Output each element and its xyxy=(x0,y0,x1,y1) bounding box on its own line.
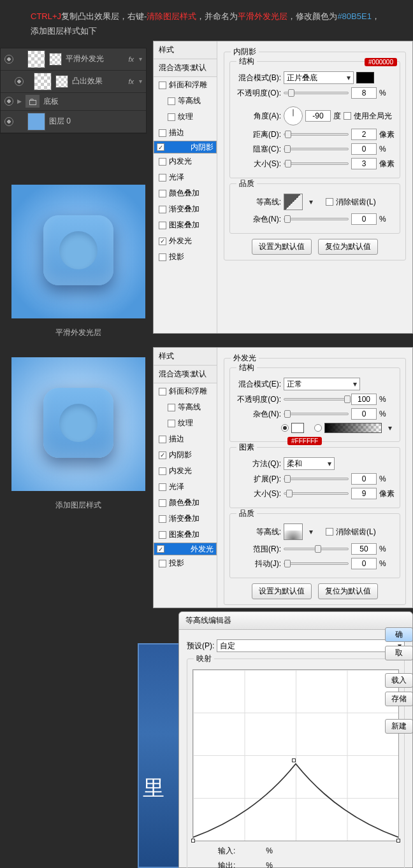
checkbox[interactable] xyxy=(159,206,166,213)
load-button[interactable]: 载入 xyxy=(385,673,413,688)
spread-input[interactable]: 0 xyxy=(351,473,377,485)
style-item-stroke[interactable]: 描边 xyxy=(154,431,217,447)
antialias-checkbox[interactable] xyxy=(326,528,333,536)
contour-picker[interactable] xyxy=(284,523,303,540)
ok-button[interactable]: 确 xyxy=(385,627,413,642)
size-input[interactable]: 3 xyxy=(351,158,377,169)
fx-indicator[interactable]: fx xyxy=(128,55,134,63)
jitter-input[interactable]: 0 xyxy=(351,558,377,569)
layer-row[interactable]: 图层 0 xyxy=(1,111,146,133)
triangle-right-icon[interactable]: ▶ xyxy=(17,98,22,104)
style-item-outer-glow[interactable]: 外发光 xyxy=(154,233,217,249)
size-slider[interactable] xyxy=(284,492,349,495)
noise-slider[interactable] xyxy=(284,413,349,415)
opacity-slider[interactable] xyxy=(284,398,349,401)
style-item-contour[interactable]: 等高线 xyxy=(154,93,217,109)
input-value[interactable] xyxy=(238,845,263,857)
layer-row[interactable]: 平滑外发光 fx ▾ xyxy=(1,48,146,71)
checkbox[interactable] xyxy=(159,129,166,137)
jitter-slider[interactable] xyxy=(284,562,349,565)
checkbox[interactable] xyxy=(159,158,166,166)
reset-default-button[interactable]: 复位为默认值 xyxy=(318,583,378,599)
size-input[interactable]: 9 xyxy=(351,488,377,499)
curve-point[interactable] xyxy=(292,758,296,762)
glow-gradient-swatch[interactable] xyxy=(324,423,382,433)
preset-select[interactable]: 自定 xyxy=(217,639,405,652)
glow-color-swatch[interactable] xyxy=(291,423,304,433)
reset-default-button[interactable]: 复位为默认值 xyxy=(318,239,378,255)
checkbox[interactable] xyxy=(159,82,166,89)
choke-slider[interactable] xyxy=(284,148,349,150)
visibility-icon[interactable] xyxy=(4,117,13,126)
cancel-button[interactable]: 取 xyxy=(385,646,413,660)
curve-canvas[interactable] xyxy=(192,669,399,841)
spread-slider[interactable] xyxy=(284,478,349,480)
opacity-input[interactable]: 100 xyxy=(351,394,377,405)
noise-slider[interactable] xyxy=(284,218,349,220)
blend-mode-select[interactable]: 正片叠底 xyxy=(284,71,354,84)
curve-point[interactable] xyxy=(191,839,195,843)
checkbox[interactable] xyxy=(159,222,166,229)
checkbox[interactable] xyxy=(168,113,175,121)
output-value[interactable] xyxy=(238,860,263,868)
visibility-icon[interactable] xyxy=(15,77,24,86)
fx-indicator[interactable]: fx xyxy=(128,78,134,85)
contour-picker[interactable] xyxy=(284,194,303,210)
global-light-checkbox[interactable] xyxy=(344,112,351,120)
style-item-gradient-overlay[interactable]: 渐变叠加 xyxy=(154,201,217,217)
blend-mode-select[interactable]: 正常 xyxy=(284,378,360,390)
chevron-down-icon[interactable]: ▾ xyxy=(139,78,142,85)
style-item-satin[interactable]: 光泽 xyxy=(154,479,217,495)
blend-options-header[interactable]: 混合选项:默认 xyxy=(154,366,217,383)
style-item-color-overlay[interactable]: 颜色叠加 xyxy=(154,495,217,511)
style-item-inner-glow[interactable]: 内发光 xyxy=(154,463,217,479)
distance-slider[interactable] xyxy=(284,133,349,136)
checkbox[interactable] xyxy=(159,238,166,245)
new-button[interactable]: 新建 xyxy=(385,719,413,734)
style-item-pattern-overlay[interactable]: 图案叠加 xyxy=(154,527,217,543)
style-item-pattern-overlay[interactable]: 图案叠加 xyxy=(154,217,217,233)
checkbox[interactable] xyxy=(168,97,175,105)
angle-dial[interactable] xyxy=(284,106,303,125)
visibility-icon[interactable] xyxy=(4,97,13,106)
make-default-button[interactable]: 设置为默认值 xyxy=(252,239,312,255)
make-default-button[interactable]: 设置为默认值 xyxy=(252,583,312,599)
style-item-bevel[interactable]: 斜面和浮雕 xyxy=(154,383,217,399)
layer-row[interactable]: 凸出效果 fx ▾ xyxy=(1,71,146,93)
checkbox[interactable] xyxy=(159,253,166,261)
style-item-drop-shadow[interactable]: 投影 xyxy=(154,249,217,265)
checkbox[interactable] xyxy=(159,174,166,181)
size-slider[interactable] xyxy=(284,162,349,165)
curve-point[interactable] xyxy=(396,839,400,843)
style-item-inner-shadow[interactable]: 内阴影 xyxy=(154,447,217,463)
checkbox[interactable] xyxy=(159,190,166,197)
layer-row[interactable]: ▶ 底板 xyxy=(1,93,146,111)
dropdown-icon[interactable] xyxy=(305,197,313,206)
style-item-inner-shadow[interactable]: 内阴影 xyxy=(154,141,217,153)
chevron-down-icon[interactable]: ▾ xyxy=(139,55,142,62)
color-radio[interactable] xyxy=(281,424,289,432)
blend-options-header[interactable]: 混合选项:默认 xyxy=(154,59,217,77)
visibility-icon[interactable] xyxy=(4,55,13,64)
choke-input[interactable]: 0 xyxy=(351,143,377,155)
distance-input[interactable]: 2 xyxy=(351,129,377,140)
range-input[interactable]: 50 xyxy=(351,543,377,555)
angle-input[interactable]: -90 xyxy=(305,110,331,122)
range-slider[interactable] xyxy=(284,548,349,550)
style-item-bevel[interactable]: 斜面和浮雕 xyxy=(154,77,217,93)
style-item-inner-glow[interactable]: 内发光 xyxy=(154,153,217,169)
gradient-radio[interactable] xyxy=(314,424,322,432)
noise-input[interactable]: 0 xyxy=(351,408,377,420)
style-item-color-overlay[interactable]: 颜色叠加 xyxy=(154,185,217,201)
save-button[interactable]: 存储 xyxy=(385,692,413,706)
technique-select[interactable]: 柔和 xyxy=(284,457,335,470)
opacity-input[interactable]: 8 xyxy=(351,87,377,99)
style-item-stroke[interactable]: 描边 xyxy=(154,125,217,141)
style-item-texture[interactable]: 纹理 xyxy=(154,415,217,431)
style-item-texture[interactable]: 纹理 xyxy=(154,109,217,125)
antialias-checkbox[interactable] xyxy=(326,198,333,206)
color-swatch[interactable] xyxy=(356,72,374,83)
noise-input[interactable]: 0 xyxy=(351,213,377,225)
checkbox[interactable] xyxy=(157,143,164,151)
style-item-satin[interactable]: 光泽 xyxy=(154,169,217,185)
